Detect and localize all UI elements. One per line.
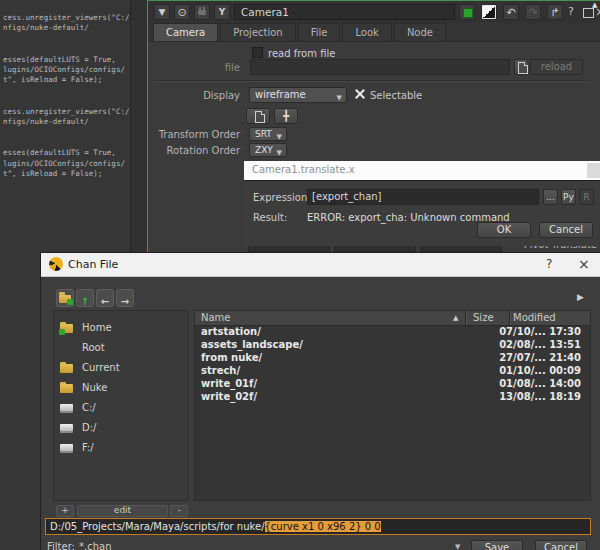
bw-diagonal-icon (483, 6, 495, 18)
add-favorite-button[interactable]: + (56, 505, 74, 517)
dialog-close-button[interactable]: × (578, 256, 590, 272)
sidebar-item[interactable]: Nuke (54, 377, 188, 397)
sidebar-item[interactable]: Root (54, 337, 188, 357)
selectable-checkbox-checked[interactable] (355, 89, 365, 99)
filter-dropdown[interactable]: *.chan (79, 541, 111, 550)
screenshot-root: cess.unregister_viewers("C:/ nfigs/nuke-… (0, 0, 600, 550)
path-input[interactable]: D:/05_Projects/Mara/Maya/scripts/for nuk… (45, 518, 591, 535)
scroll-up-icon[interactable]: ▲ (592, 1, 597, 9)
up-directory-button[interactable]: ↑ (76, 289, 94, 307)
file-modified: 13/08/... 18:19 (499, 391, 581, 402)
ok-button[interactable]: OK (477, 222, 531, 238)
sidebar-item[interactable]: Current (54, 357, 188, 377)
expression-py-button[interactable]: Py (561, 189, 576, 205)
tab[interactable]: Camera (153, 23, 218, 41)
back-button[interactable]: ← (96, 289, 114, 307)
sidebar-item[interactable]: D:/ (54, 417, 188, 437)
column-header-size[interactable]: Size (473, 312, 494, 323)
chevron-down-icon[interactable]: ▼ (455, 543, 460, 550)
center-node-icon[interactable]: ⊙ (174, 4, 190, 20)
file-modified: 02/08/... 13:51 (499, 339, 581, 350)
file-label: file (148, 62, 244, 73)
table-row[interactable]: write_01f/ 01/08/... 14:00 (195, 378, 590, 391)
dialog-help-button[interactable]: ? (546, 257, 552, 271)
expression-r-button[interactable]: R (579, 189, 594, 205)
wrench-icon[interactable]: Y (214, 4, 230, 20)
tab[interactable]: File (298, 23, 341, 41)
sidebar-item[interactable]: Home (54, 317, 188, 337)
sidebar-item[interactable]: F:/ (54, 437, 188, 457)
filter-label: Filter: (47, 541, 75, 550)
node-color-swatch[interactable] (459, 4, 475, 20)
dialog-titlebar: Chan File ? × (41, 253, 600, 277)
header-divider (509, 311, 511, 325)
transform-order-dropdown[interactable]: SRT ▼ (249, 127, 287, 141)
read-from-file-checkbox[interactable] (252, 47, 263, 58)
cancel-button[interactable]: Cancel (539, 222, 593, 238)
sidebar-item[interactable]: C:/ (54, 397, 188, 417)
green-swatch-icon (463, 8, 473, 18)
reload-button[interactable]: reload (530, 59, 583, 75)
sidebar-item-label: D:/ (82, 422, 96, 433)
forward-button[interactable]: → (116, 289, 134, 307)
display-dropdown[interactable]: wireframe ▼ (249, 87, 347, 103)
table-row[interactable]: from nuke/ 27/07/... 21:40 (195, 352, 590, 365)
file-name: write_01f/ (201, 378, 257, 389)
rotation-order-dropdown[interactable]: ZXY ▼ (249, 143, 287, 157)
sidebar-item-icon (60, 340, 74, 354)
sidebar-item-icon (60, 420, 74, 434)
tab[interactable]: Node (394, 23, 446, 41)
file-input[interactable] (250, 59, 510, 75)
file-browse-button[interactable] (514, 59, 528, 75)
table-row[interactable]: strech/ 01/10/... 00:09 (195, 365, 590, 378)
cancel-button[interactable]: Cancel (535, 540, 587, 550)
file-list: Name ▲ Size Modified artstation/ 07/10/.… (194, 310, 591, 501)
panel-menu-icon[interactable]: ▼ (154, 4, 170, 20)
sidebar-item-icon (60, 320, 74, 334)
node-name-field[interactable]: Camera1 (234, 4, 455, 20)
table-row[interactable]: artstation/ 07/10/... 17:30 (195, 326, 590, 339)
column-header-name[interactable]: Name (201, 312, 231, 323)
file-modified: 01/08/... 14:00 (499, 378, 581, 389)
home-badge (59, 329, 65, 335)
edit-favorite-button[interactable]: edit (77, 505, 168, 517)
display-value: wireframe (255, 89, 306, 100)
help-button[interactable]: ? (568, 5, 574, 18)
revert-icon[interactable]: ↱ (547, 4, 563, 20)
file-modified: 27/07/... 21:40 (499, 352, 581, 363)
sidebar-item-label: F:/ (82, 442, 94, 453)
gl-color-icon[interactable] (481, 4, 497, 20)
expression-more-button[interactable]: ... (543, 189, 558, 205)
snapshot-button[interactable] (246, 108, 270, 124)
page-icon (518, 62, 528, 74)
axes-button[interactable]: ╋ (274, 108, 298, 124)
remove-favorite-button[interactable]: - (170, 505, 188, 517)
save-button[interactable]: Save (471, 540, 523, 550)
undo-icon[interactable]: ↶ (503, 4, 519, 20)
up-arrow-icon: ↑ (81, 296, 89, 307)
play-icon[interactable]: ▶ (577, 292, 584, 302)
chan-file-dialog: Chan File ? × ↑ ← → ▶ Home Root (40, 252, 600, 550)
plug-icon[interactable] (194, 4, 210, 20)
redo-icon[interactable]: ↷ (525, 4, 541, 20)
rotation-order-label: Rotation Order (148, 145, 244, 156)
header-divider (465, 311, 467, 325)
sidebar-item-label: C:/ (82, 402, 96, 413)
file-name: from nuke/ (201, 352, 262, 363)
sidebar-item-icon (60, 400, 74, 414)
table-row[interactable]: write_02f/ 13/08/... 18:19 (195, 391, 590, 404)
sidebar-item-icon (60, 360, 74, 374)
column-header-modified[interactable]: Modified (513, 312, 556, 323)
expression-label: Expression: (253, 192, 311, 203)
table-row[interactable]: assets_landscape/ 02/08/... 13:51 (195, 339, 590, 352)
tab[interactable]: Projection (220, 23, 295, 41)
sort-ascending-icon[interactable]: ▲ (453, 314, 458, 322)
float-window-icon[interactable] (583, 8, 594, 18)
expression-popup: Expression: [export_chan] ... Py R Resul… (245, 180, 600, 246)
tab[interactable]: Look (342, 23, 391, 41)
tooltip-text: Camera1.translate.x (252, 164, 355, 175)
file-name: artstation/ (201, 326, 261, 337)
new-folder-button[interactable] (56, 289, 74, 307)
forward-arrow-icon: → (121, 296, 129, 307)
expression-input[interactable]: [export_chan] (307, 189, 539, 205)
